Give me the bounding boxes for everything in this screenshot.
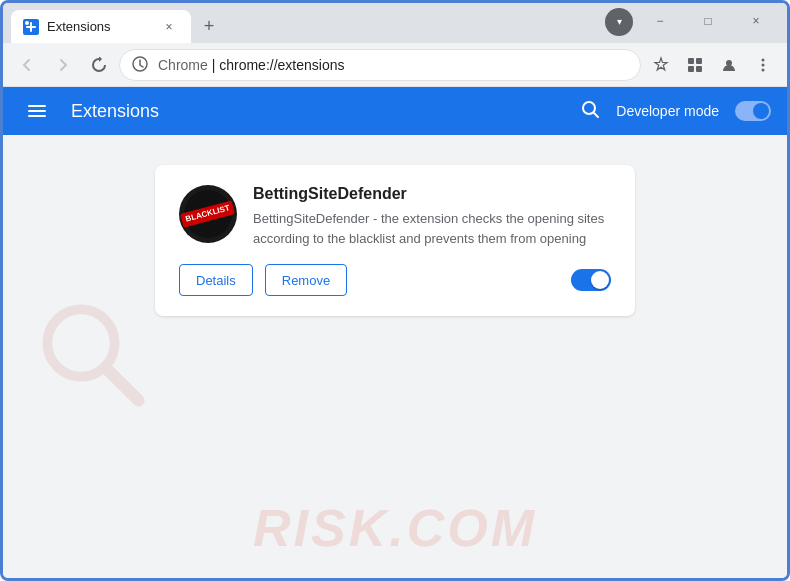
developer-mode-toggle[interactable] — [735, 101, 771, 121]
remove-button[interactable]: Remove — [265, 264, 347, 296]
extensions-content: BLACKLIST BettingSiteDefender BettingSit… — [3, 135, 787, 578]
security-icon — [132, 56, 150, 74]
profile-button[interactable] — [713, 49, 745, 81]
extension-card-footer: Details Remove — [179, 264, 611, 296]
hamburger-menu-button[interactable] — [19, 93, 55, 129]
blacklist-badge: BLACKLIST — [180, 201, 235, 228]
extension-name: BettingSiteDefender — [253, 185, 611, 203]
toggle-knob — [753, 103, 769, 119]
svg-point-8 — [762, 58, 765, 61]
svg-point-12 — [47, 309, 114, 376]
svg-rect-3 — [688, 58, 694, 64]
tab-favicon — [23, 19, 39, 35]
header-actions: Developer mode — [580, 99, 771, 124]
reload-button[interactable] — [83, 49, 115, 81]
extension-icon: BLACKLIST — [179, 185, 237, 243]
svg-point-1 — [25, 21, 29, 25]
title-bar: Extensions × + ▾ − □ × — [3, 3, 787, 43]
forward-button[interactable] — [47, 49, 79, 81]
svg-point-11 — [583, 102, 595, 114]
extension-info: BettingSiteDefender BettingSiteDefender … — [253, 185, 611, 248]
extensions-header: Extensions Developer mode — [3, 87, 787, 135]
address-text: Chrome | chrome://extensions — [158, 57, 628, 73]
extension-description: BettingSiteDefender - the extension chec… — [253, 209, 611, 248]
tab-area: Extensions × + — [11, 3, 597, 43]
maximize-button[interactable]: □ — [685, 7, 731, 35]
svg-rect-6 — [696, 66, 702, 72]
watermark-text: RISK.COM — [253, 498, 537, 558]
search-button[interactable] — [580, 99, 600, 124]
extensions-button[interactable] — [679, 49, 711, 81]
toolbar-actions — [645, 49, 779, 81]
bookmark-button[interactable] — [645, 49, 677, 81]
details-button[interactable]: Details — [179, 264, 253, 296]
minimize-button[interactable]: − — [637, 7, 683, 35]
extension-toggle-knob — [591, 271, 609, 289]
developer-mode-label: Developer mode — [616, 103, 719, 119]
svg-rect-4 — [696, 58, 702, 64]
magnifier-watermark — [33, 295, 153, 419]
svg-line-13 — [107, 369, 138, 400]
window-controls: − □ × — [637, 7, 779, 35]
tab-close-button[interactable]: × — [159, 17, 179, 37]
active-tab[interactable]: Extensions × — [11, 10, 191, 43]
extension-card-header: BLACKLIST BettingSiteDefender BettingSit… — [179, 185, 611, 248]
tab-title: Extensions — [47, 19, 151, 34]
svg-point-9 — [762, 63, 765, 66]
back-button[interactable] — [11, 49, 43, 81]
toolbar: Chrome | chrome://extensions — [3, 43, 787, 87]
address-bar[interactable]: Chrome | chrome://extensions — [119, 49, 641, 81]
svg-rect-5 — [688, 66, 694, 72]
extension-icon-inner: BLACKLIST — [184, 190, 232, 238]
new-tab-button[interactable]: + — [195, 12, 223, 40]
extension-card: BLACKLIST BettingSiteDefender BettingSit… — [155, 165, 635, 316]
close-button[interactable]: × — [733, 7, 779, 35]
menu-button[interactable] — [747, 49, 779, 81]
browser-window: Extensions × + ▾ − □ × Chrome — [0, 0, 790, 581]
svg-point-10 — [762, 68, 765, 71]
extension-enable-toggle[interactable] — [571, 269, 611, 291]
tab-dropdown-button[interactable]: ▾ — [605, 8, 633, 36]
extensions-page-title: Extensions — [71, 101, 564, 122]
